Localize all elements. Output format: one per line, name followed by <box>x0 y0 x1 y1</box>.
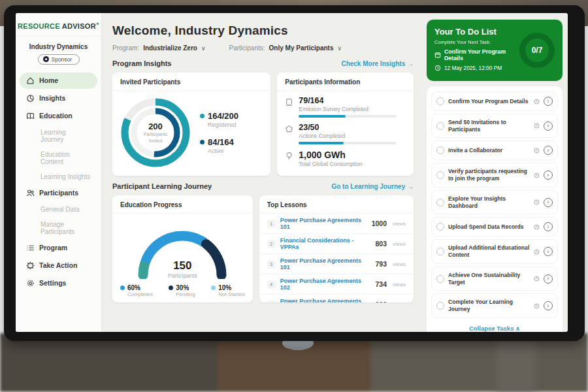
top-lessons-title: Top Lessons <box>259 195 414 214</box>
participants-dropdown[interactable]: Participants: Only My Participants ∨ <box>229 44 342 52</box>
sponsor-badge[interactable]: Sponsor <box>38 54 80 65</box>
lesson-row: 3Power Purchase Agreements 101793views <box>259 254 414 274</box>
todo-tasks-list: Confirm Your Program Details›Send 50 Inv… <box>430 91 559 318</box>
legend-label: Registered <box>208 122 238 128</box>
right-panel: Your To Do List Complete Your Next Task:… <box>424 13 568 332</box>
collapse-tasks-link[interactable]: Collapse Tasks ∧ <box>430 321 559 332</box>
lesson-title-link[interactable]: Power Purchase Agreements 101 <box>280 217 367 230</box>
lesson-title-link[interactable]: Power Purchase Agreements 101 <box>280 257 371 270</box>
actions-icon <box>285 124 293 144</box>
task-chevron-right-button[interactable]: › <box>544 274 553 284</box>
task-chevron-right-button[interactable]: › <box>544 301 553 310</box>
task-row-upload-spend-data-records[interactable]: Upload Spend Data Records› <box>431 217 558 237</box>
sidebar-item-insights[interactable]: Insights <box>20 90 97 106</box>
sidebar-item-education-content[interactable]: Education Content <box>20 148 97 169</box>
task-checkbox[interactable] <box>436 146 444 154</box>
lesson-title-link[interactable]: Power Purchase Agreements 102 <box>280 278 371 291</box>
sidebar-item-home[interactable]: Home <box>20 73 97 89</box>
task-checkbox[interactable] <box>436 275 444 283</box>
filter-bar: Program: Industrialize Zero ∨ Participan… <box>112 44 414 52</box>
task-checkbox[interactable] <box>436 97 444 105</box>
donut-center-value: 200 <box>148 122 163 131</box>
gauge-legend: 60%Completed30%Pending10%Not Started <box>112 279 253 297</box>
go-to-learning-journey-link[interactable]: Go to Learning Journey → <box>331 183 414 190</box>
legend-value: 164/200 <box>208 111 238 121</box>
education-gauge-chart: 150 Participants <box>127 219 238 279</box>
program-label: Program: <box>112 44 139 52</box>
task-checkbox[interactable] <box>436 122 444 130</box>
task-chevron-right-button[interactable]: › <box>544 97 553 106</box>
lesson-rank-badge: 5 <box>267 301 276 303</box>
task-row-invite-a-collaborator[interactable]: Invite a Collaborator› <box>431 140 558 160</box>
legend-dot-icon <box>200 114 204 118</box>
sidebar-item-education[interactable]: Education <box>20 108 97 124</box>
task-row-send-50-invitations-to-participants[interactable]: Send 50 Invitations to Participants› <box>431 114 558 138</box>
lesson-rank-badge: 3 <box>267 260 276 269</box>
go-to-learning-journey-label: Go to Learning Journey <box>331 183 405 190</box>
monitor-bezel: RESOURCE ADVISOR+ Industry Dynamics Spon… <box>4 5 585 341</box>
task-label: Confirm Your Program Details <box>448 98 530 105</box>
sidebar-item-learning-journey[interactable]: Learning Journey <box>20 125 97 146</box>
sidebar-item-learning-insights[interactable]: Learning Insights <box>20 170 97 184</box>
task-checkbox[interactable] <box>436 171 444 179</box>
lesson-title-link[interactable]: Power Purchase Agreements 103 <box>280 298 371 302</box>
sponsor-label: Sponsor <box>52 56 73 63</box>
sidebar-item-general-data[interactable]: General Data <box>20 203 97 216</box>
lesson-row: 2Financial Considerations - VPPAs803view… <box>259 234 414 254</box>
participants-information-card: Participants Information 79/164Emission … <box>277 73 414 176</box>
task-chevron-right-button[interactable]: › <box>544 222 553 231</box>
donut-legend-item-registered: 164/200Registered <box>200 111 238 128</box>
learning-journey-header: Participant Learning Journey Go to Learn… <box>112 182 414 190</box>
task-label: Complete Your Learning Journey <box>448 299 530 312</box>
clock-icon <box>534 99 540 105</box>
program-icon <box>26 244 35 252</box>
clock-icon <box>534 172 540 178</box>
clock-icon <box>534 276 540 282</box>
stat-label: Actions Completed <box>299 133 397 139</box>
legend-dot-icon <box>200 140 204 144</box>
sidebar-item-label: Education Content <box>41 151 91 165</box>
calendar-icon <box>434 52 441 58</box>
task-checkbox[interactable] <box>436 248 444 255</box>
collapse-tasks-label: Collapse Tasks <box>469 325 514 332</box>
task-row-confirm-your-program-details[interactable]: Confirm Your Program Details› <box>431 91 558 111</box>
lesson-title-link[interactable]: Financial Considerations - VPPAs <box>280 237 371 250</box>
sidebar-item-settings[interactable]: Settings <box>20 275 97 291</box>
page-title: Welcome, Industry Dynamics <box>112 24 414 38</box>
todo-progress-ring: 0/7 <box>519 33 555 68</box>
task-chevron-right-button[interactable]: › <box>544 122 553 131</box>
task-chevron-right-button[interactable]: › <box>544 146 553 155</box>
lesson-views-count: 803 <box>375 240 387 248</box>
task-row-verify-participants-requesting-to-join-the-program[interactable]: Verify participants requesting to join t… <box>431 163 558 187</box>
task-row-achieve-one-sustainability-target[interactable]: Achieve One Sustainability Target› <box>431 267 558 291</box>
task-checkbox[interactable] <box>436 199 444 206</box>
sidebar-item-manage-participants[interactable]: Manage Participants <box>20 218 97 238</box>
check-more-insights-link[interactable]: Check More Insights → <box>341 60 414 67</box>
legend-value: 60% <box>127 284 140 291</box>
todo-tasks-card: Confirm Your Program Details›Send 50 Inv… <box>427 86 563 332</box>
sidebar-item-take-action[interactable]: Take Action <box>20 257 97 274</box>
task-row-upload-additional-educational-content[interactable]: Upload Additional Educational Content› <box>431 239 558 263</box>
legend-label: Pending <box>176 291 195 297</box>
donut-center-label: Participants Invited <box>139 131 172 143</box>
invited-participants-title: Invited Participants <box>112 73 270 91</box>
sidebar-item-program[interactable]: Program <box>20 240 97 256</box>
task-row-complete-your-learning-journey[interactable]: Complete Your Learning Journey› <box>431 293 558 318</box>
clock-icon <box>534 123 540 129</box>
todo-next-task: Confirm Your Program Details <box>434 48 518 61</box>
task-checkbox[interactable] <box>436 302 444 310</box>
legend-dot-icon <box>211 286 216 290</box>
lesson-row: 5Power Purchase Agreements 103600views <box>259 295 414 302</box>
program-dropdown[interactable]: Program: Industrialize Zero ∨ <box>112 44 206 52</box>
task-chevron-right-button[interactable]: › <box>544 198 553 207</box>
insights-cards-row: Invited Participants 200 Participants In… <box>112 73 414 176</box>
arrow-right-icon: → <box>407 183 414 190</box>
program-insights-title: Program Insights <box>112 59 171 67</box>
sidebar-item-participants[interactable]: Participants <box>20 185 97 201</box>
legend-value: 84/164 <box>208 137 234 147</box>
lesson-rank-badge: 4 <box>267 280 276 289</box>
task-chevron-right-button[interactable]: › <box>544 247 553 256</box>
task-chevron-right-button[interactable]: › <box>544 171 553 180</box>
task-row-explore-your-insights-dashboard[interactable]: Explore Your Insights Dashboard› <box>431 190 558 214</box>
task-checkbox[interactable] <box>436 223 444 231</box>
